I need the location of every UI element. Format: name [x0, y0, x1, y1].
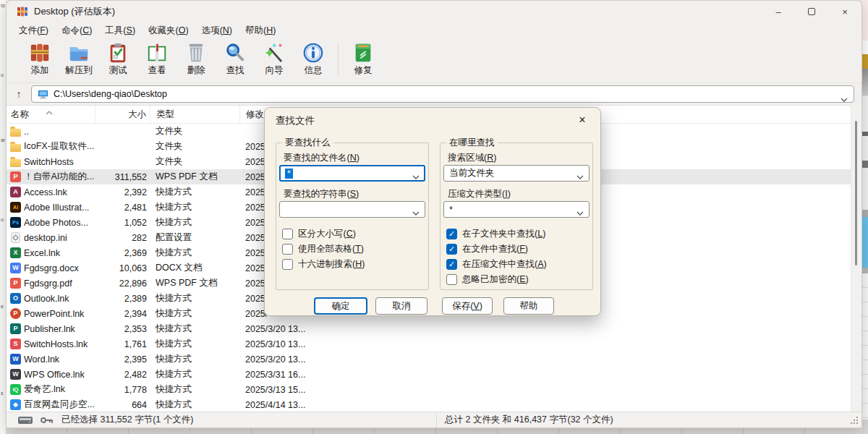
cancel-button[interactable]: 取消: [375, 297, 427, 315]
toolbar-button-label: 查找: [226, 65, 244, 75]
column-header-size[interactable]: 大小: [95, 106, 150, 124]
checkbox-checked-icon[interactable]: ✓: [446, 229, 457, 239]
toolbar-button-wizard[interactable]: 向导: [255, 41, 294, 75]
chevron-down-icon[interactable]: [576, 208, 584, 212]
file-name: Access.lnk: [24, 184, 95, 200]
toolbar-button-info[interactable]: 信息: [294, 41, 333, 75]
toolbar: 添加解压到测试查看删除查找向导信息修复: [7, 38, 861, 83]
scrollbar-thumb[interactable]: [855, 121, 857, 265]
toolbar-button-extract-to[interactable]: 解压到: [59, 41, 98, 75]
ini-icon: [9, 230, 22, 245]
toolbar-button-delete[interactable]: 删除: [176, 41, 216, 75]
file-type: 快捷方式: [156, 321, 239, 336]
checkbox-unchecked-icon[interactable]: [282, 244, 293, 255]
find-files-dialog: 查找文件 × 要查找什么 要查找的文件名(N) * 要查找的字符串(S) 区分大…: [264, 107, 601, 316]
menu-item-2[interactable]: 工具(S): [98, 23, 142, 38]
file-name: Fgdsgrg.pdf: [24, 276, 95, 291]
help-button[interactable]: 帮助: [503, 297, 554, 315]
wps-pdf-icon: P: [9, 276, 22, 291]
checkbox-unchecked-icon[interactable]: [446, 274, 457, 285]
checkbox-label: 区分大小写(C): [298, 228, 356, 240]
excel-icon: X: [9, 245, 22, 260]
file-name: SwitchHosts: [24, 154, 95, 169]
close-icon[interactable]: ×: [828, 1, 861, 22]
menu-item-0[interactable]: 文件(F): [12, 23, 55, 38]
checkbox-row[interactable]: ✓在文件中查找(F): [446, 242, 528, 255]
file-type: 快捷方式: [156, 215, 239, 230]
filename-value: *: [285, 169, 293, 179]
checkbox-row[interactable]: 区分大小写(C): [282, 227, 356, 240]
toolbar-button-add-archive[interactable]: 添加: [20, 41, 59, 75]
archive-type-combobox[interactable]: *: [443, 201, 590, 218]
toolbar-button-find[interactable]: 查找: [216, 41, 255, 75]
search-string-combobox[interactable]: [279, 201, 425, 218]
file-type: 快捷方式: [156, 184, 239, 200]
close-icon[interactable]: ×: [571, 111, 593, 129]
resize-grip[interactable]: [849, 415, 859, 425]
table-row[interactable]: WWPS Office.lnk2,482快捷方式2025/3/31 16...: [7, 367, 851, 382]
checkbox-row[interactable]: ✓在压缩文件中查找(A): [446, 258, 547, 271]
table-row[interactable]: iQ爱奇艺.lnk1,778快捷方式2025/3/13 15...: [7, 382, 851, 397]
checkbox-label: 在压缩文件中查找(A): [462, 258, 547, 271]
checkbox-row[interactable]: 使用全部表格(T): [282, 242, 364, 255]
toolbar-separator: [338, 43, 339, 75]
up-arrow-icon[interactable]: ↑: [7, 88, 31, 100]
toolbar-button-label: 删除: [187, 65, 205, 75]
search-area-value: 当前文件夹: [449, 167, 495, 179]
status-divider: [436, 413, 437, 427]
checkbox-checked-icon[interactable]: ✓: [446, 244, 457, 255]
maximize-icon[interactable]: [795, 1, 828, 22]
checkbox-label: 在文件中查找(F): [462, 243, 528, 255]
file-name: Fgdsgrg.docx: [24, 260, 95, 276]
title-bar: Desktop (评估版本) – ×: [7, 1, 861, 22]
menu-item-4[interactable]: 选项(N): [195, 23, 239, 38]
checkbox-label: 在子文件夹中查找(L): [462, 228, 545, 240]
group-where-to-find: 在哪里查找 搜索区域(R) 当前文件夹 压缩文件类型(I) * ✓在子文件夹中查…: [440, 142, 593, 290]
ok-button[interactable]: 确定: [314, 297, 367, 315]
toolbar-button-label: 修复: [354, 65, 373, 75]
toolbar-button-repair[interactable]: 修复: [344, 41, 383, 75]
file-size: 2,369: [95, 245, 147, 260]
chevron-down-icon[interactable]: [576, 171, 584, 176]
checkbox-label: 忽略已加密的(E): [462, 273, 529, 286]
checkbox-row[interactable]: 十六进制搜索(H): [282, 258, 365, 271]
extract-to-icon: [67, 41, 90, 64]
menu-item-5[interactable]: 帮助(H): [239, 23, 282, 38]
table-row[interactable]: WWord.lnk2,395快捷方式2025/3/20 13...: [7, 352, 851, 367]
file-name: ！自带AI功能的...: [24, 169, 95, 184]
checkbox-row[interactable]: 忽略已加密的(E): [446, 273, 529, 286]
checkbox-checked-icon[interactable]: ✓: [446, 259, 457, 270]
status-selection-text: 已经选择 311,552 字节(1 个文件): [61, 414, 193, 426]
photoshop-icon: Ps: [9, 215, 22, 230]
checkbox-unchecked-icon[interactable]: [282, 229, 293, 239]
chevron-down-icon[interactable]: [412, 171, 420, 176]
checkbox-row[interactable]: ✓在子文件夹中查找(L): [446, 227, 545, 240]
chevron-down-icon[interactable]: [841, 92, 848, 96]
menu-item-3[interactable]: 收藏夹(O): [142, 23, 195, 38]
minimize-icon[interactable]: –: [762, 1, 795, 22]
table-row[interactable]: SSwitchHosts.lnk1,761快捷方式2025/3/10 13...: [7, 336, 851, 352]
toolbar-button-label: 向导: [265, 65, 284, 75]
file-type: 文件夹: [156, 154, 239, 169]
menu-item-1[interactable]: 命令(C): [55, 23, 98, 38]
search-area-combobox[interactable]: 当前文件夹: [443, 165, 590, 182]
winrar-logo-icon: [17, 6, 28, 17]
info-icon: [302, 41, 325, 64]
filename-combobox[interactable]: *: [279, 165, 425, 182]
file-size: 664: [95, 397, 147, 412]
powerpoint-icon: P: [9, 306, 22, 321]
address-combobox[interactable]: C:\Users\deng-qiao\Desktop: [31, 85, 854, 103]
file-size: 2,353: [95, 321, 147, 336]
chevron-down-icon[interactable]: [412, 208, 420, 212]
status-bar: 已经选择 311,552 字节(1 个文件) 总计 2 文件夹 和 416,43…: [7, 412, 861, 427]
toolbar-button-test-archive[interactable]: 测试: [98, 41, 137, 75]
file-size: 2,481: [95, 200, 147, 215]
sort-asc-icon: [46, 107, 53, 111]
column-header-type[interactable]: 类型: [150, 106, 239, 124]
toolbar-button-view-file[interactable]: 查看: [137, 41, 176, 75]
save-button[interactable]: 保存(V): [442, 297, 493, 315]
table-row[interactable]: ◆百度网盘同步空...664快捷方式2025/4/14 13...: [7, 397, 851, 412]
folder-icon: [9, 139, 22, 154]
checkbox-unchecked-icon[interactable]: [282, 259, 293, 270]
table-row[interactable]: PPublisher.lnk2,353快捷方式2025/3/20 13...: [7, 321, 851, 336]
